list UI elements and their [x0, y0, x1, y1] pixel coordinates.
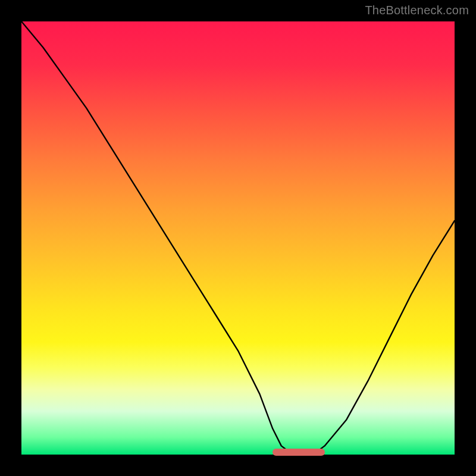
highlight-bar — [273, 449, 324, 456]
bottleneck-curve — [21, 21, 455, 455]
chart-frame: TheBottleneck.com — [0, 0, 476, 476]
plot-area — [21, 21, 455, 455]
watermark-text: TheBottleneck.com — [365, 4, 469, 17]
curve-svg — [21, 21, 455, 455]
